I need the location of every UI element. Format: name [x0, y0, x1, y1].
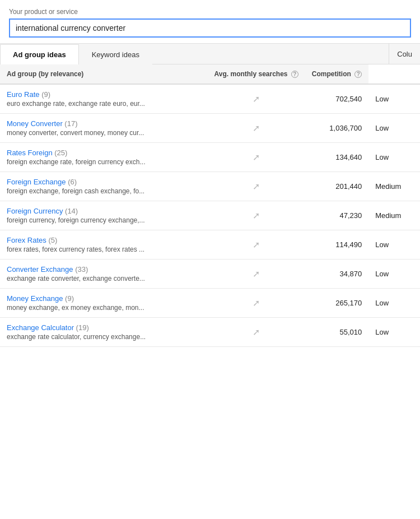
- searches-help-icon[interactable]: ?: [291, 71, 298, 78]
- searches-cell-6: 34,870: [305, 260, 368, 289]
- table-row: Foreign Currency (14) foreign currency, …: [0, 201, 420, 230]
- trend-cell-7: ➚: [208, 289, 305, 318]
- trend-icon-6: ➚: [253, 269, 260, 279]
- ad-group-cell-6: Converter Exchange (33) exchange rate co…: [0, 260, 208, 289]
- trend-icon-1: ➚: [253, 123, 260, 133]
- product-section: Your product or service: [0, 0, 420, 44]
- ad-group-name-2[interactable]: Rates Foreign: [7, 149, 53, 157]
- ad-group-cell-3: Foreign Exchange (6) foreign exchange, f…: [0, 172, 208, 201]
- table-row: Converter Exchange (33) exchange rate co…: [0, 260, 420, 289]
- col-avg-monthly-searches: Avg. monthly searches ?: [208, 64, 305, 84]
- trend-cell-5: ➚: [208, 230, 305, 260]
- competition-cell-7: Low: [368, 289, 420, 318]
- ad-group-name-8[interactable]: Exchange Calculator: [7, 323, 74, 332]
- ad-group-name-3[interactable]: Foreign Exchange: [7, 178, 66, 186]
- columns-button[interactable]: Colu: [389, 44, 420, 64]
- competition-cell-2: Low: [368, 143, 420, 172]
- competition-help-icon[interactable]: ?: [354, 71, 362, 78]
- trend-cell-6: ➚: [208, 260, 305, 289]
- ad-group-keywords-0: euro exchange rate, exchange rate euro, …: [7, 100, 201, 108]
- trend-icon-7: ➚: [253, 298, 260, 308]
- competition-cell-0: Low: [368, 84, 420, 114]
- competition-cell-4: Medium: [368, 201, 420, 230]
- trend-cell-2: ➚: [208, 143, 305, 172]
- trend-icon-0: ➚: [253, 94, 260, 104]
- results-table: Ad group (by relevance) Avg. monthly sea…: [0, 64, 420, 347]
- ad-group-name-5[interactable]: Forex Rates: [7, 236, 46, 244]
- searches-cell-8: 55,010: [305, 318, 368, 347]
- ad-group-count-0: (9): [41, 90, 50, 99]
- ad-group-name-0[interactable]: Euro Rate: [7, 90, 40, 99]
- competition-cell-1: Low: [368, 114, 420, 143]
- ad-group-keywords-7: money exchange, ex money exchange, mon..…: [7, 304, 201, 312]
- ad-group-keywords-6: exchange rate converter, exchange conver…: [7, 275, 201, 282]
- ad-group-name-4[interactable]: Foreign Currency: [7, 207, 63, 215]
- ad-group-cell-4: Foreign Currency (14) foreign currency, …: [0, 201, 208, 230]
- table-row: Forex Rates (5) forex rates, forex curre…: [0, 230, 420, 260]
- ad-group-count-1: (17): [64, 119, 77, 128]
- ad-group-count-5: (5): [48, 236, 57, 244]
- ad-group-keywords-3: foreign exchange, foreign cash exchange,…: [7, 187, 201, 195]
- searches-cell-5: 114,490: [305, 230, 368, 260]
- competition-cell-8: Low: [368, 318, 420, 347]
- product-input[interactable]: [9, 18, 411, 38]
- trend-icon-3: ➚: [253, 182, 260, 191]
- competition-cell-6: Low: [368, 260, 420, 289]
- ad-group-name-6[interactable]: Converter Exchange: [7, 265, 73, 274]
- product-label: Your product or service: [9, 8, 411, 16]
- trend-icon-2: ➚: [253, 152, 260, 162]
- tab-ad-group-ideas[interactable]: Ad group ideas: [0, 44, 79, 64]
- tab-keyword-ideas[interactable]: Keyword ideas: [79, 44, 152, 64]
- searches-cell-4: 47,230: [305, 201, 368, 230]
- ad-group-cell-1: Money Converter (17) money converter, co…: [0, 114, 208, 143]
- searches-cell-2: 134,640: [305, 143, 368, 172]
- tabs-row: Ad group ideas Keyword ideas Colu: [0, 44, 420, 64]
- competition-cell-3: Medium: [368, 172, 420, 201]
- trend-icon-8: ➚: [253, 327, 260, 337]
- ad-group-cell-2: Rates Foreign (25) foreign exchange rate…: [0, 143, 208, 172]
- searches-cell-7: 265,170: [305, 289, 368, 318]
- ad-group-keywords-2: foreign exchange rate, foreign currency …: [7, 158, 201, 166]
- trend-cell-4: ➚: [208, 201, 305, 230]
- table-row: Euro Rate (9) euro exchange rate, exchan…: [0, 84, 420, 114]
- table-row: Foreign Exchange (6) foreign exchange, f…: [0, 172, 420, 201]
- trend-icon-5: ➚: [253, 240, 260, 249]
- ad-group-count-7: (9): [65, 294, 74, 303]
- searches-cell-3: 201,440: [305, 172, 368, 201]
- col-competition: Competition ?: [305, 64, 368, 84]
- ad-group-keywords-8: exchange rate calculator, currency excha…: [7, 333, 201, 341]
- ad-group-count-8: (19): [76, 323, 89, 332]
- ad-group-keywords-4: foreign currency, foreign currency excha…: [7, 216, 201, 224]
- table-row: Rates Foreign (25) foreign exchange rate…: [0, 143, 420, 172]
- col-ad-group: Ad group (by relevance): [0, 64, 208, 84]
- table-container: Ad group (by relevance) Avg. monthly sea…: [0, 64, 420, 347]
- ad-group-cell-5: Forex Rates (5) forex rates, forex curre…: [0, 230, 208, 260]
- table-row: Exchange Calculator (19) exchange rate c…: [0, 318, 420, 347]
- trend-cell-3: ➚: [208, 172, 305, 201]
- searches-cell-0: 702,540: [305, 84, 368, 114]
- table-row: Money Converter (17) money converter, co…: [0, 114, 420, 143]
- ad-group-count-4: (14): [65, 207, 78, 215]
- ad-group-count-3: (6): [68, 178, 77, 186]
- table-header-row: Ad group (by relevance) Avg. monthly sea…: [0, 64, 420, 84]
- trend-cell-1: ➚: [208, 114, 305, 143]
- ad-group-cell-0: Euro Rate (9) euro exchange rate, exchan…: [0, 84, 208, 114]
- ad-group-name-7[interactable]: Money Exchange: [7, 294, 63, 303]
- trend-cell-0: ➚: [208, 84, 305, 114]
- ad-group-count-2: (25): [54, 149, 67, 157]
- ad-group-cell-7: Money Exchange (9) money exchange, ex mo…: [0, 289, 208, 318]
- competition-cell-5: Low: [368, 230, 420, 260]
- ad-group-keywords-5: forex rates, forex currency rates, forex…: [7, 245, 201, 253]
- ad-group-cell-8: Exchange Calculator (19) exchange rate c…: [0, 318, 208, 347]
- table-row: Money Exchange (9) money exchange, ex mo…: [0, 289, 420, 318]
- ad-group-keywords-1: money converter, convert money, money cu…: [7, 129, 201, 137]
- ad-group-name-1[interactable]: Money Converter: [7, 119, 63, 128]
- ad-group-count-6: (33): [75, 265, 88, 274]
- trend-icon-4: ➚: [253, 211, 260, 220]
- trend-cell-8: ➚: [208, 318, 305, 347]
- searches-cell-1: 1,036,700: [305, 114, 368, 143]
